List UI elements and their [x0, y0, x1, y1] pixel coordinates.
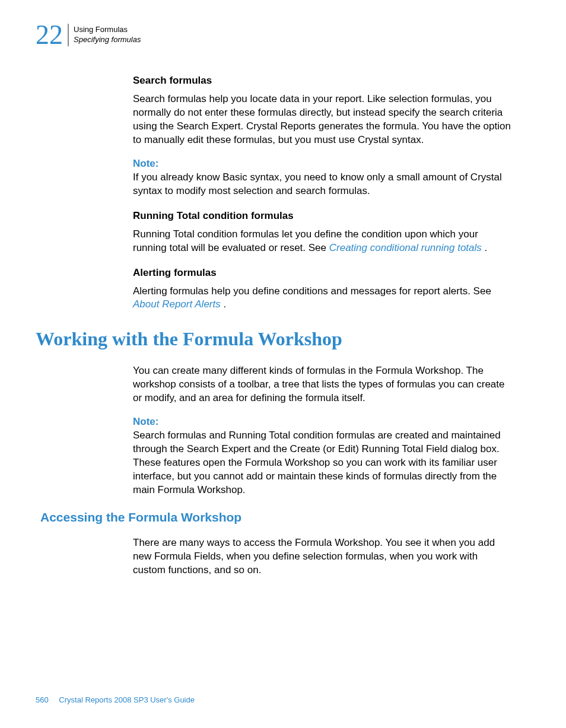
workshop-heading: Working with the Formula Workshop	[36, 328, 530, 350]
running-body-post: .	[482, 242, 487, 253]
accessing-body: There are many ways to access the Formul…	[133, 536, 511, 577]
workshop-content: You can create many different kinds of f…	[133, 364, 511, 497]
search-body: Search formulas help you locate data in …	[133, 93, 511, 147]
running-body: Running Total condition formulas let you…	[133, 228, 511, 255]
running-link[interactable]: Creating conditional running totals	[329, 242, 482, 253]
alerting-body: Alerting formulas help you define condit…	[133, 285, 511, 312]
search-formulas-section: Search formulas Search formulas help you…	[133, 75, 511, 198]
page-footer: 560 Crystal Reports 2008 SP3 User's Guid…	[36, 695, 195, 704]
search-heading: Search formulas	[133, 75, 511, 87]
alerting-heading: Alerting formulas	[133, 267, 511, 279]
alerting-section: Alerting formulas Alerting formulas help…	[133, 267, 511, 312]
running-total-section: Running Total condition formulas Running…	[133, 210, 511, 255]
header-line2: Specifying formulas	[74, 35, 141, 45]
chapter-number: 22	[36, 21, 63, 49]
header-divider	[68, 24, 69, 46]
search-note-body: If you already know Basic syntax, you ne…	[133, 171, 511, 198]
accessing-heading: Accessing the Formula Workshop	[40, 510, 530, 524]
alerting-body-post: .	[221, 298, 226, 310]
alerting-body-pre: Alerting formulas help you define condit…	[133, 285, 491, 297]
header-line1: Using Formulas	[74, 25, 141, 35]
content-area: Search formulas Search formulas help you…	[133, 75, 511, 311]
search-note-label: Note:	[133, 158, 511, 170]
header-text-block: Using Formulas Specifying formulas	[74, 25, 141, 45]
footer-page-number: 560	[36, 695, 49, 704]
alerting-link[interactable]: About Report Alerts	[133, 298, 221, 310]
page-header: 22 Using Formulas Specifying formulas	[36, 21, 530, 49]
running-heading: Running Total condition formulas	[133, 210, 511, 222]
accessing-content: There are many ways to access the Formul…	[133, 536, 511, 577]
workshop-note-body: Search formulas and Running Total condit…	[133, 429, 511, 497]
workshop-body: You can create many different kinds of f…	[133, 364, 511, 405]
workshop-note-label: Note:	[133, 416, 511, 428]
page: 22 Using Formulas Specifying formulas Se…	[0, 0, 566, 728]
footer-title: Crystal Reports 2008 SP3 User's Guide	[59, 695, 195, 704]
